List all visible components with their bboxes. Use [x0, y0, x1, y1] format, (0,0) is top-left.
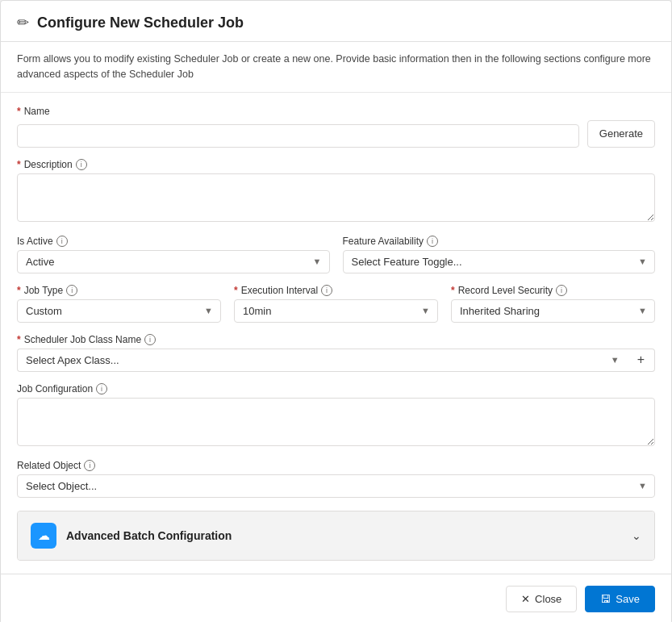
- execution-interval-label: * Execution Interval i: [234, 285, 438, 296]
- name-input[interactable]: [17, 124, 579, 148]
- record-level-security-info-icon[interactable]: i: [556, 285, 567, 296]
- apex-class-select[interactable]: Select Apex Class...: [17, 349, 628, 372]
- active-feature-row: Is Active i Active Inactive ▼ Feature Av…: [17, 236, 655, 273]
- description-input[interactable]: [17, 173, 655, 222]
- execution-interval-select[interactable]: 1min 5min 10min 15min 30min 1hour: [234, 299, 438, 323]
- modal-body: * Name Generate * Description i Is Activ…: [1, 93, 671, 574]
- job-type-select-wrapper: Custom Standard ▼: [17, 299, 221, 323]
- modal-footer: ✕ Close 🖫 Save: [1, 574, 671, 623]
- advanced-batch-accordion: ☁ Advanced Batch Configuration ⌄: [17, 511, 655, 561]
- record-level-security-select[interactable]: Inherited Sharing With Sharing Without S…: [451, 299, 655, 323]
- description-field-row: * Description i: [17, 159, 655, 224]
- cloud-icon: ☁: [38, 528, 50, 543]
- related-object-select[interactable]: Select Object...: [17, 474, 655, 498]
- job-type-required-star: *: [17, 285, 21, 296]
- apex-class-row: * Scheduler Job Class Name i Select Apex…: [17, 334, 655, 372]
- is-active-label: Is Active i: [17, 236, 330, 247]
- close-icon: ✕: [521, 593, 530, 605]
- apex-class-required-star: *: [17, 334, 21, 345]
- advanced-batch-accordion-header[interactable]: ☁ Advanced Batch Configuration ⌄: [18, 511, 654, 560]
- modal-title: Configure New Scheduler Job: [37, 15, 244, 31]
- name-label: * Name: [17, 106, 655, 117]
- is-active-field: Is Active i Active Inactive ▼: [17, 236, 330, 273]
- save-icon: 🖫: [600, 593, 611, 605]
- job-type-field: * Job Type i Custom Standard ▼: [17, 285, 221, 323]
- is-active-select-wrapper: Active Inactive ▼: [17, 250, 330, 273]
- modal-header: ✏ Configure New Scheduler Job: [1, 1, 671, 42]
- description-label: * Description i: [17, 159, 655, 170]
- job-type-select[interactable]: Custom Standard: [17, 299, 221, 323]
- job-configuration-label: Job Configuration i: [17, 383, 655, 394]
- record-level-security-label: * Record Level Security i: [451, 285, 655, 296]
- record-level-security-field: * Record Level Security i Inherited Shar…: [451, 285, 655, 323]
- name-input-row: Generate: [17, 120, 655, 148]
- close-button[interactable]: ✕ Close: [506, 586, 577, 612]
- job-type-label: * Job Type i: [17, 285, 221, 296]
- apex-class-input-row: Select Apex Class... ▼ +: [17, 349, 655, 372]
- feature-availability-label: Feature Availability i: [343, 236, 656, 247]
- description-required-star: *: [17, 159, 21, 170]
- modal-description: Form allows you to modify existing Sched…: [1, 42, 671, 93]
- feature-availability-field: Feature Availability i Select Feature To…: [343, 236, 656, 273]
- save-button[interactable]: 🖫 Save: [585, 586, 655, 612]
- job-type-info-icon[interactable]: i: [66, 285, 77, 296]
- related-object-row: Related Object i Select Object... ▼: [17, 460, 655, 498]
- name-required-star: *: [17, 106, 21, 117]
- close-label: Close: [535, 593, 561, 605]
- apex-class-add-button[interactable]: +: [628, 349, 655, 372]
- execution-interval-field: * Execution Interval i 1min 5min 10min 1…: [234, 285, 438, 323]
- execution-interval-info-icon[interactable]: i: [321, 285, 332, 296]
- accordion-chevron-icon: ⌄: [632, 529, 641, 542]
- edit-icon: ✏: [17, 14, 29, 31]
- save-label: Save: [616, 593, 640, 605]
- apex-class-select-wrapper: Select Apex Class... ▼: [17, 349, 628, 372]
- job-configuration-info-icon[interactable]: i: [96, 383, 107, 394]
- is-active-select[interactable]: Active Inactive: [17, 250, 330, 273]
- apex-class-info-icon[interactable]: i: [144, 334, 156, 345]
- execution-interval-select-wrapper: 1min 5min 10min 15min 30min 1hour ▼: [234, 299, 438, 323]
- configure-scheduler-modal: ✏ Configure New Scheduler Job Form allow…: [0, 0, 672, 622]
- apex-class-label: * Scheduler Job Class Name i: [17, 334, 655, 345]
- description-info-icon[interactable]: i: [76, 159, 87, 170]
- name-field-row: * Name Generate: [17, 106, 655, 148]
- feature-availability-select-wrapper: Select Feature Toggle... ▼: [343, 250, 656, 273]
- is-active-info-icon[interactable]: i: [56, 236, 68, 247]
- job-configuration-row: Job Configuration i: [17, 383, 655, 449]
- accordion-header-left: ☁ Advanced Batch Configuration: [31, 523, 232, 549]
- related-object-select-wrapper: Select Object... ▼: [17, 474, 655, 498]
- generate-button[interactable]: Generate: [587, 120, 655, 148]
- related-object-info-icon[interactable]: i: [84, 460, 95, 471]
- accordion-title: Advanced Batch Configuration: [66, 529, 232, 542]
- feature-availability-info-icon[interactable]: i: [427, 236, 438, 247]
- job-type-row: * Job Type i Custom Standard ▼ * Executi…: [17, 285, 655, 323]
- execution-interval-required-star: *: [234, 285, 238, 296]
- record-level-security-select-wrapper: Inherited Sharing With Sharing Without S…: [451, 299, 655, 323]
- record-level-security-required-star: *: [451, 285, 455, 296]
- related-object-label: Related Object i: [17, 460, 655, 471]
- feature-availability-select[interactable]: Select Feature Toggle...: [343, 250, 656, 273]
- job-configuration-input[interactable]: [17, 398, 655, 446]
- accordion-icon-box: ☁: [31, 523, 56, 549]
